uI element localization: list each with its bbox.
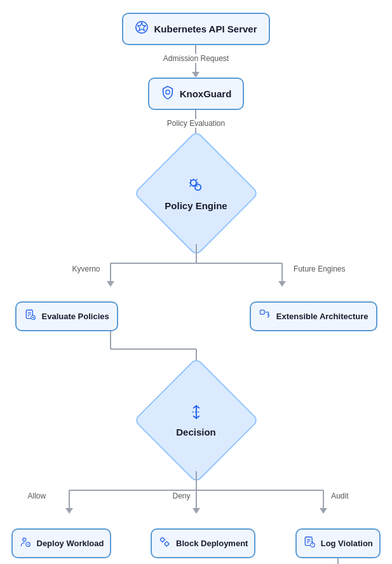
svg-point-39	[161, 538, 165, 542]
bottom-boxes-row: Deploy Workload Block Deployment	[9, 528, 384, 564]
policy-engine-label: Policy Engine	[165, 200, 227, 211]
branch-decision-svg	[9, 471, 384, 528]
audit-label: Audit	[331, 492, 348, 500]
svg-point-40	[165, 542, 168, 546]
deploy-workload-label: Deploy Workload	[37, 539, 104, 548]
policy-engine-icon	[187, 176, 205, 198]
diagram: Kubernetes API Server Admission Request …	[9, 13, 384, 564]
log-violation-col: ! Log Violation Alert Sys	[295, 528, 381, 564]
svg-marker-36	[320, 508, 327, 514]
knoxguard-icon	[161, 85, 175, 102]
knoxguard-box: KnoxGuard	[148, 78, 245, 110]
connector-admission: Admission Request	[163, 45, 229, 78]
block-deployment-label: Block Deployment	[176, 539, 248, 548]
k8s-label: Kubernetes API Server	[154, 24, 257, 34]
decision-icon	[188, 404, 205, 424]
block-deployment-col: Block Deployment	[151, 528, 255, 558]
svg-marker-32	[65, 508, 73, 514]
admission-label: Admission Request	[163, 54, 229, 63]
policy-engine-diamond: Policy Engine	[145, 142, 247, 244]
extensible-arch-icon	[259, 308, 271, 324]
svg-marker-1	[138, 23, 146, 31]
block-deployment-icon	[158, 535, 171, 551]
kyverno-label: Kyverno	[72, 265, 100, 273]
svg-point-2	[165, 90, 169, 94]
log-violation-icon: !	[303, 535, 316, 551]
middle-boxes-row: Evaluate Policies Extensible Architectur…	[9, 301, 384, 331]
decision-diamond: Decision	[145, 369, 247, 471]
svg-text:!: !	[312, 541, 313, 546]
log-violation-label: Log Violation	[321, 539, 373, 548]
deny-label: Deny	[173, 492, 191, 500]
branch-decision: Allow Deny Audit	[9, 471, 384, 528]
svg-point-37	[22, 538, 25, 541]
evaluate-policies-label: Evaluate Policies	[42, 312, 109, 321]
extensible-arch-label: Extensible Architecture	[276, 312, 368, 321]
svg-marker-34	[193, 508, 200, 514]
k8s-icon	[135, 20, 149, 38]
knoxguard-label: KnoxGuard	[180, 88, 232, 99]
branch-policy-engine: Kyverno Future Engines	[9, 244, 384, 301]
allow-label: Allow	[28, 492, 46, 500]
future-engines-label: Future Engines	[294, 265, 345, 273]
svg-point-4	[195, 184, 201, 189]
deploy-workload-col: Deploy Workload	[11, 528, 112, 558]
deploy-workload-icon	[19, 535, 32, 551]
connector-alert	[334, 558, 342, 564]
evaluate-policies-box: Evaluate Policies	[15, 301, 118, 331]
decision-label: Decision	[176, 427, 216, 437]
evaluate-policies-icon	[24, 308, 37, 324]
policy-eval-label: Policy Evaluation	[167, 119, 225, 128]
svg-marker-9	[107, 281, 114, 287]
svg-rect-18	[260, 310, 264, 315]
extensible-arch-box: Extensible Architecture	[250, 301, 377, 331]
svg-marker-10	[278, 281, 286, 287]
log-violation-box: ! Log Violation	[295, 528, 381, 558]
block-deployment-box: Block Deployment	[151, 528, 255, 558]
deploy-workload-box: Deploy Workload	[11, 528, 112, 558]
k8s-api-server-box: Kubernetes API Server	[122, 13, 269, 45]
